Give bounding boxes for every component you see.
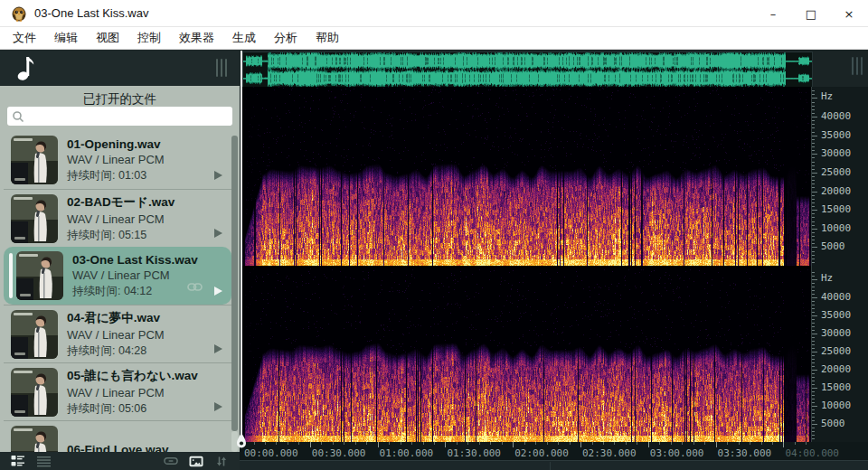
album-art-thumbnail bbox=[11, 194, 58, 243]
spectrogram-channel-2[interactable] bbox=[242, 268, 811, 442]
file-format: WAV / Linear PCM bbox=[67, 212, 175, 226]
menu-item-2[interactable]: 视图 bbox=[87, 27, 128, 49]
freq-tick-label: 10000 bbox=[821, 400, 851, 411]
file-list-item[interactable]: 04-君に夢中.wav WAV / Linear PCM 持续时间: 04:28 bbox=[4, 305, 231, 362]
detailed-list-icon[interactable] bbox=[11, 454, 25, 468]
sort-icon[interactable] bbox=[214, 454, 229, 468]
file-list-item[interactable]: 01-Opening.wav WAV / Linear PCM 持续时间: 01… bbox=[4, 131, 231, 189]
album-art-thumbnail bbox=[11, 310, 58, 359]
spectrogram-channel-1[interactable] bbox=[242, 87, 811, 266]
window-title: 03-One Last Kiss.wav bbox=[34, 6, 148, 20]
file-name: 01-Opening.wav bbox=[67, 137, 165, 151]
app-icon bbox=[11, 5, 27, 22]
file-duration: 持续时间: 04:28 bbox=[67, 343, 165, 359]
file-name: 05-誰にも言わない.wav bbox=[67, 368, 198, 384]
file-format: WAV / Linear PCM bbox=[67, 328, 165, 342]
album-art-thumbnail bbox=[11, 136, 58, 184]
freq-tick-label: 15000 bbox=[821, 203, 851, 215]
time-tick-label: 02:30.000 bbox=[582, 447, 637, 459]
freq-tick-label: 40000 bbox=[821, 110, 851, 122]
file-meta: 02-BADモード.wav WAV / Linear PCM 持续时间: 05:… bbox=[67, 194, 175, 243]
file-duration: 持续时间: 05:06 bbox=[67, 401, 198, 417]
menu-item-1[interactable]: 编辑 bbox=[45, 27, 87, 49]
file-meta: 03-One Last Kiss.wav WAV / Linear PCM 持续… bbox=[72, 253, 198, 299]
play-button[interactable] bbox=[214, 171, 222, 180]
time-tick-label: 02:00.000 bbox=[514, 447, 569, 459]
search-input[interactable] bbox=[24, 108, 232, 124]
editor-view: Hz40000350003000025000200001500010000500… bbox=[240, 50, 868, 470]
file-format: WAV / Linear PCM bbox=[67, 153, 165, 166]
file-format: WAV / Linear PCM bbox=[67, 386, 198, 400]
freq-tick-label: 25000 bbox=[821, 166, 851, 178]
file-list-item[interactable]: 05-誰にも言わない.wav WAV / Linear PCM 持续时间: 05… bbox=[4, 362, 231, 420]
play-button[interactable] bbox=[214, 287, 222, 296]
freq-tick-label: 35000 bbox=[821, 129, 851, 141]
menu-bar: 文件编辑视图控制效果器生成分析帮助 bbox=[0, 27, 868, 50]
panel-resize-grip[interactable] bbox=[216, 59, 227, 77]
freq-tick-label: 40000 bbox=[821, 291, 851, 303]
time-ruler[interactable]: 00:00.00000:30.00001:00.00001:30.00002:0… bbox=[240, 442, 868, 460]
file-meta: 01-Opening.wav WAV / Linear PCM 持续时间: 01… bbox=[67, 137, 165, 183]
play-button[interactable] bbox=[214, 344, 222, 353]
time-tick-label: 00:30.000 bbox=[312, 447, 366, 459]
search-box[interactable] bbox=[7, 107, 232, 126]
freq-tick-label: 5000 bbox=[821, 240, 845, 252]
time-tick-label: 03:30.000 bbox=[718, 447, 772, 459]
time-tick-label: 03:00.000 bbox=[650, 447, 704, 459]
freq-unit-label: Hz bbox=[821, 90, 833, 102]
menu-item-0[interactable]: 文件 bbox=[4, 27, 45, 49]
album-art-toggle-icon[interactable] bbox=[189, 454, 203, 468]
file-name: 06-Find Love.wav bbox=[67, 443, 169, 452]
maximize-button[interactable]: □ bbox=[792, 0, 830, 27]
menu-item-4[interactable]: 效果器 bbox=[170, 27, 223, 49]
music-note-icon[interactable] bbox=[14, 52, 40, 83]
freq-tick-label: 30000 bbox=[821, 327, 851, 339]
minimize-button[interactable]: – bbox=[754, 0, 792, 27]
link-files-icon[interactable] bbox=[164, 454, 178, 468]
sidebar: 已打开的文件 01-Ope bbox=[0, 50, 240, 470]
play-button[interactable] bbox=[214, 229, 222, 238]
file-name: 03-One Last Kiss.wav bbox=[72, 253, 198, 267]
file-meta: 05-誰にも言わない.wav WAV / Linear PCM 持续时间: 05… bbox=[67, 368, 198, 417]
play-button[interactable] bbox=[214, 402, 222, 411]
link-icon bbox=[187, 279, 203, 296]
compact-list-icon[interactable] bbox=[36, 454, 51, 468]
playhead-line[interactable] bbox=[241, 51, 242, 442]
selected-indicator-bar bbox=[9, 253, 13, 298]
album-art-thumbnail bbox=[11, 368, 58, 417]
sidebar-toolbar bbox=[0, 452, 240, 470]
freq-tick-label: 20000 bbox=[821, 185, 851, 197]
freq-tick-label: 20000 bbox=[821, 363, 851, 375]
menu-item-7[interactable]: 帮助 bbox=[307, 27, 348, 49]
file-list: 01-Opening.wav WAV / Linear PCM 持续时间: 01… bbox=[0, 131, 231, 452]
freq-tick-label: 30000 bbox=[821, 147, 851, 159]
file-meta: 04-君に夢中.wav WAV / Linear PCM 持续时间: 04:28 bbox=[67, 310, 165, 359]
waveform-overview[interactable] bbox=[242, 52, 813, 88]
file-duration: 持续时间: 01:03 bbox=[67, 168, 165, 183]
time-tick-label: 01:30.000 bbox=[447, 447, 501, 459]
right-panel-grip[interactable] bbox=[852, 57, 863, 75]
playhead-pin[interactable] bbox=[234, 432, 249, 454]
freq-tick-label: 10000 bbox=[821, 222, 851, 234]
file-list-item[interactable]: 03-One Last Kiss.wav WAV / Linear PCM 持续… bbox=[4, 247, 231, 305]
album-art-thumbnail bbox=[11, 426, 58, 453]
sidebar-header bbox=[0, 50, 240, 86]
menu-item-5[interactable]: 生成 bbox=[223, 27, 265, 49]
file-list-item[interactable]: 02-BADモード.wav WAV / Linear PCM 持续时间: 05:… bbox=[4, 189, 231, 247]
app-window: 03-One Last Kiss.wav – □ × 文件编辑视图控制效果器生成… bbox=[0, 0, 868, 470]
close-button[interactable]: × bbox=[830, 0, 868, 27]
file-list-item[interactable]: 06-Find Love.wav bbox=[4, 420, 231, 452]
menu-item-3[interactable]: 控制 bbox=[128, 27, 170, 49]
time-tick-label: 01:00.000 bbox=[380, 447, 434, 459]
time-tick-label: 00:00.000 bbox=[244, 447, 298, 459]
search-icon bbox=[12, 110, 24, 123]
file-name: 02-BADモード.wav bbox=[67, 194, 175, 211]
scrollbar-thumb[interactable] bbox=[231, 136, 238, 431]
file-name: 04-君に夢中.wav bbox=[67, 310, 165, 326]
album-art-thumbnail bbox=[16, 251, 63, 300]
file-duration: 持续时间: 04:12 bbox=[72, 284, 198, 299]
menu-item-6[interactable]: 分析 bbox=[265, 27, 307, 49]
frequency-ruler-channel-2: Hz40000350003000025000200001500010000500… bbox=[811, 268, 868, 460]
freq-tick-label: 5000 bbox=[821, 418, 845, 429]
main-status-bar bbox=[240, 460, 868, 470]
